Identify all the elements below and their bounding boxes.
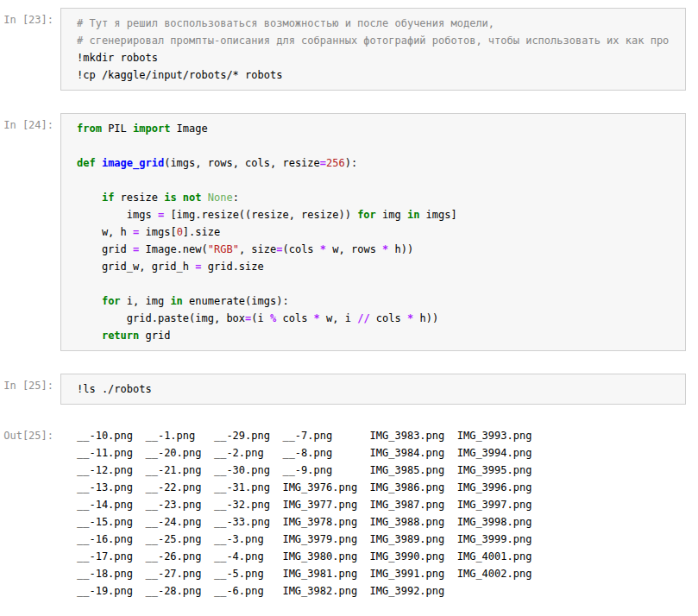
output-line: __-17.png __-26.png __-4.png IMG_3980.pn…: [77, 548, 686, 565]
code-line: from PIL import Image: [77, 120, 678, 137]
output-prompt-25: Out[25]:: [0, 427, 60, 442]
code-line: !mkdir robots: [77, 49, 678, 66]
code-line: def image_grid(imgs, rows, cols, resize=…: [77, 154, 678, 172]
code-line: [77, 137, 678, 154]
code-line: return grid: [77, 327, 678, 344]
input-prompt-23: In [23]:: [0, 8, 60, 26]
output-line: __-14.png __-23.png __-32.png IMG_3977.p…: [77, 496, 686, 513]
notebook: In [23]: # Тут я решил воспользоваться в…: [0, 0, 698, 600]
code-cell-23: In [23]: # Тут я решил воспользоваться в…: [0, 8, 698, 91]
code-line: !ls ./robots: [77, 380, 678, 398]
code-line: grid_w, grid_h = grid.size: [77, 258, 678, 275]
code-cell-24: In [24]: from PIL import Image def image…: [0, 113, 698, 351]
output-line: __-11.png __-20.png __-2.png __-8.png IM…: [77, 444, 686, 462]
code-line: imgs = [img.resize((resize, resize)) for…: [77, 206, 678, 223]
code-line: !cp /kaggle/input/robots/* robots: [77, 66, 678, 84]
code-line: [77, 172, 678, 189]
code-line: [77, 275, 678, 292]
output-area: __-10.png __-1.png __-29.png __-7.png IM…: [60, 427, 686, 600]
code-line: if resize is not None:: [77, 189, 678, 206]
output-line: __-19.png __-28.png __-6.png IMG_3982.pn…: [77, 582, 686, 600]
code-cell-25: In [25]: !ls ./robots: [0, 374, 698, 405]
output-line: __-10.png __-1.png __-29.png __-7.png IM…: [77, 427, 686, 444]
input-prompt-24: In [24]:: [0, 113, 60, 131]
code-editor-23[interactable]: # Тут я решил воспользоваться возможност…: [60, 8, 686, 91]
code-line: grid.paste(img, box=(i % cols * w, i // …: [77, 310, 678, 327]
output-line: __-15.png __-24.png __-33.png IMG_3978.p…: [77, 513, 686, 531]
output-line: __-12.png __-21.png __-30.png __-9.png I…: [77, 462, 686, 479]
input-prompt-25: In [25]:: [0, 374, 60, 392]
output-line: __-18.png __-27.png __-5.png IMG_3981.pn…: [77, 565, 686, 582]
code-line: # Тут я решил воспользоваться возможност…: [77, 15, 678, 32]
output-line: __-16.png __-25.png __-3.png IMG_3979.pn…: [77, 531, 686, 548]
output-line: __-13.png __-22.png __-31.png IMG_3976.p…: [77, 479, 686, 496]
code-line: w, h = imgs[0].size: [77, 223, 678, 241]
code-line: grid = Image.new("RGB", size=(cols * w, …: [77, 241, 678, 258]
code-line: # сгенерировал промпты-описания для собр…: [77, 32, 678, 49]
code-editor-25[interactable]: !ls ./robots: [60, 374, 686, 405]
code-editor-24[interactable]: from PIL import Image def image_grid(img…: [60, 113, 686, 351]
code-line: for i, img in enumerate(imgs):: [77, 292, 678, 310]
output-cell-25: Out[25]: __-10.png __-1.png __-29.png __…: [0, 427, 698, 600]
